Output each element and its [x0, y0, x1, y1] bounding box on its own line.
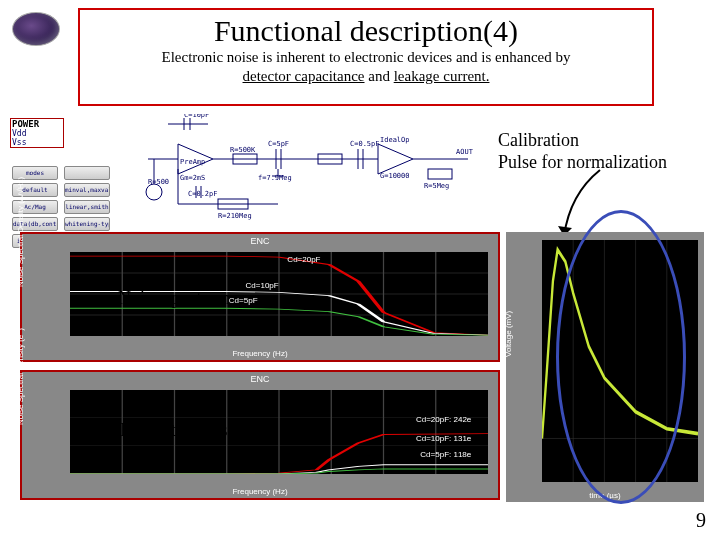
- legend-cd10: Cd=10pF: [246, 281, 279, 290]
- c-fb: C=0.2pF: [188, 190, 218, 198]
- integrated-noise-chart: ENC Noise Spectral Density (e⁻) Frequenc…: [20, 370, 500, 500]
- pulse-series: [542, 250, 698, 439]
- chart-title: ENC: [22, 236, 498, 246]
- r-in: R=500: [148, 178, 169, 186]
- sim-button[interactable]: linear,smith: [64, 200, 110, 214]
- calib-line2: Pulse for normalization: [498, 152, 667, 172]
- power-box: POWER Vdd Vss: [10, 118, 64, 148]
- svg-marker-1: [378, 144, 413, 174]
- slide-title: Functional description(4): [80, 14, 652, 48]
- subtitle-and: and: [365, 68, 394, 84]
- title-box: Functional description(4) Electronic noi…: [78, 8, 654, 106]
- noise-spectrum-label: Noise spectrum: [118, 288, 230, 309]
- chart-xlabel: time (µs): [506, 491, 704, 500]
- svg-point-16: [146, 184, 162, 200]
- f-mid: f=7.9Meg: [258, 174, 292, 182]
- chart-ylabel: Voltage (mV): [504, 311, 513, 357]
- gm: Gm=2mS: [180, 174, 205, 182]
- noise-spectrum-chart: ENC Noise Spectral Density (A/√Hz) Frequ…: [20, 232, 500, 362]
- calibration-annotation: Calibration Pulse for normalization: [498, 130, 698, 173]
- schematic-panel: POWER Vdd Vss modes default Ac/Mag data(…: [8, 114, 508, 226]
- schematic-svg: C=10pF PreAmp R=500 Gm=2mS R=500K C=5pF …: [118, 114, 498, 224]
- subtitle-capacitance: detector capacitance: [243, 68, 365, 84]
- subtitle-line1: Electronic noise is inherent to electron…: [161, 49, 570, 65]
- aout: AOUT: [456, 148, 474, 156]
- c-mid: C=5pF: [268, 140, 289, 148]
- legend-cd20: Cd=20pF: 242e: [416, 415, 471, 424]
- chart-xlabel: Frequency (Hz): [22, 487, 498, 496]
- integrated-noise-label: Integrated noise: [120, 420, 235, 441]
- chart-ylabel: Noise Spectral Density (e⁻): [16, 328, 25, 425]
- legend-cd10: Cd=10pF: 131e: [416, 434, 471, 443]
- calib-line1: Calibration: [498, 130, 579, 150]
- plot-area: [542, 240, 698, 482]
- chart-title: ENC: [22, 374, 498, 384]
- subtitle: Electronic noise is inherent to electron…: [80, 48, 652, 86]
- legend-cd5: Cd=5pF: [229, 296, 258, 305]
- sim-button[interactable]: [64, 166, 110, 180]
- r-mid: R=500K: [230, 146, 256, 154]
- idealop: IdealOp: [380, 136, 410, 144]
- r-out: R=5Meg: [424, 182, 449, 190]
- legend-cd5: Cd=5pF: 118e: [420, 450, 471, 459]
- g-out: G=10000: [380, 172, 410, 180]
- c-top: C=10pF: [184, 114, 209, 119]
- chart-ylabel: Noise Spectral Density (A/√Hz): [16, 177, 25, 287]
- vdd-label: Vdd: [12, 129, 26, 138]
- svg-rect-11: [428, 169, 452, 179]
- vss-label: Vss: [12, 138, 26, 147]
- legend-cd20: Cd=20pF: [287, 255, 320, 264]
- sim-button[interactable]: whitening-type: [64, 217, 110, 231]
- preamp-lbl: PreAmp: [180, 158, 205, 166]
- page-number: 9: [696, 509, 706, 532]
- c-out: C=0.5pF: [350, 140, 380, 148]
- r-fb: R=210Meg: [218, 212, 252, 220]
- calibration-pulse-chart: Voltage (mV) time (µs): [506, 232, 704, 502]
- sim-button[interactable]: minval,maxval: [64, 183, 110, 197]
- subtitle-leakage: leakage current.: [394, 68, 490, 84]
- chart-xlabel: Frequency (Hz): [22, 349, 498, 358]
- eye-logo: [12, 12, 60, 46]
